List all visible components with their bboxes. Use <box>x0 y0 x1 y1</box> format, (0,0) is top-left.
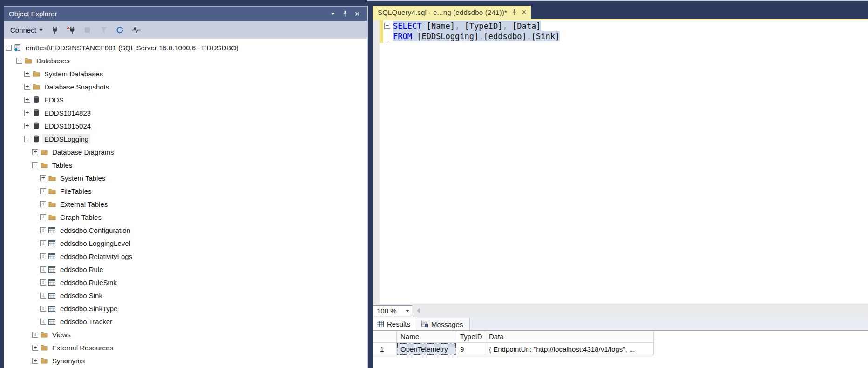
grid-row-number[interactable]: 1 <box>373 343 397 355</box>
tree-item-label[interactable]: External Resources <box>50 343 115 353</box>
activity-monitor-button[interactable] <box>130 24 142 36</box>
hscroll-left-arrow[interactable] <box>417 308 420 313</box>
expand-icon[interactable]: + <box>32 149 38 155</box>
tree-item-label[interactable]: System Databases <box>42 69 105 79</box>
tree-item-label[interactable]: eddsdbo.Tracker <box>58 317 114 327</box>
tree-item-eddsdbo-tracker[interactable]: +eddsdbo.Tracker <box>4 315 367 328</box>
connect-object-button[interactable] <box>49 24 61 36</box>
tree-item-label[interactable]: Synonyms <box>50 356 87 366</box>
code-fold-collapse-icon[interactable]: − <box>384 23 390 29</box>
tree-item-system-databases[interactable]: +System Databases <box>4 67 367 80</box>
expand-icon[interactable]: + <box>32 358 38 364</box>
expand-icon[interactable]: + <box>32 345 38 351</box>
tree-item-label[interactable]: eddsdbo.LoggingLevel <box>58 239 132 248</box>
collapse-icon[interactable]: − <box>24 136 30 142</box>
tree-item-label[interactable]: eddsdbo.Sink <box>58 291 104 300</box>
tree-item-label[interactable]: eddsdbo.RuleSink <box>58 278 119 287</box>
zoom-level-dropdown[interactable]: 100 % <box>373 305 412 316</box>
tree-item-label[interactable]: EDDS <box>42 95 66 105</box>
tree-item-label[interactable]: eddsdbo.Rule <box>58 265 105 274</box>
filter-button-disabled[interactable] <box>98 24 110 36</box>
tree-item-label[interactable]: Database Diagrams <box>50 147 116 157</box>
sql-editor[interactable]: − SELECT [Name], [TypeID], [Data]FROM [E… <box>373 20 868 304</box>
pin-button[interactable] <box>339 8 351 20</box>
expand-icon[interactable]: + <box>24 123 30 129</box>
expand-icon[interactable]: + <box>40 214 46 220</box>
collapse-icon[interactable]: − <box>6 45 12 51</box>
tree-item-label[interactable]: System Tables <box>58 173 107 183</box>
tree-item-eddsdbo-configuration[interactable]: +eddsdbo.Configuration <box>4 224 367 237</box>
tree-item-label[interactable]: Database Snapshots <box>42 82 111 92</box>
tree-item-eddsdbo-relativitylogs[interactable]: +eddsdbo.RelativityLogs <box>4 250 367 263</box>
grid-cell-name[interactable]: OpenTelemetry <box>397 343 456 355</box>
tab-messages[interactable]: Messages <box>417 318 470 330</box>
tree-item-databases[interactable]: −Databases <box>4 54 367 67</box>
tree-item-label[interactable]: EDDS1015024 <box>42 121 93 131</box>
tab-pin-button[interactable] <box>512 9 517 15</box>
collapse-icon[interactable]: − <box>32 162 38 168</box>
tree-item-label[interactable]: eddsdbo.Configuration <box>58 225 132 235</box>
refresh-button[interactable] <box>114 24 126 36</box>
tree-item-system-tables[interactable]: +System Tables <box>4 171 367 184</box>
window-position-menu-button[interactable] <box>327 8 339 20</box>
expand-icon[interactable]: + <box>40 293 46 299</box>
tree-item-tables[interactable]: −Tables <box>4 158 367 171</box>
tree-item-label[interactable]: Graph Tables <box>58 212 103 222</box>
tree-item-eddsdbo-logginglevel[interactable]: +eddsdbo.LoggingLevel <box>4 237 367 250</box>
tree-item-edds1015024[interactable]: +EDDS1015024 <box>4 119 367 132</box>
expand-icon[interactable]: + <box>40 188 46 194</box>
grid-cell-data[interactable]: { EndpointUrl: "http://localhost:4318/v1… <box>485 343 654 355</box>
object-explorer-title-bar[interactable]: Object Explorer × <box>4 6 367 21</box>
expand-icon[interactable]: + <box>40 240 46 246</box>
tree-item-eddsdbo-sink[interactable]: +eddsdbo.Sink <box>4 289 367 302</box>
expand-icon[interactable]: + <box>24 84 30 90</box>
grid-header-data[interactable]: Data <box>485 331 654 343</box>
tree-item-label[interactable]: EDDS1014823 <box>42 108 93 118</box>
tab-close-button[interactable]: × <box>522 8 527 16</box>
tree-item-database-diagrams[interactable]: +Database Diagrams <box>4 145 367 158</box>
grid-corner-cell[interactable] <box>373 331 397 343</box>
expand-icon[interactable]: + <box>40 306 46 312</box>
expand-icon[interactable]: + <box>40 175 46 181</box>
expand-icon[interactable]: + <box>40 279 46 286</box>
tree-item-label[interactable]: Databases <box>34 56 72 66</box>
expand-icon[interactable]: + <box>40 227 46 233</box>
document-tab[interactable]: SQLQuery4.sql - e...ng (eddsdbo (241))* … <box>373 6 531 19</box>
code-area[interactable]: SELECT [Name], [TypeID], [Data]FROM [EDD… <box>393 21 560 42</box>
tree-item-filetables[interactable]: +FileTables <box>4 184 367 198</box>
tab-results[interactable]: Results <box>373 317 417 330</box>
tree-item-external-tables[interactable]: +External Tables <box>4 198 367 211</box>
expand-icon[interactable]: + <box>24 110 30 116</box>
tree-item-eddslogging[interactable]: −EDDSLogging <box>4 132 367 145</box>
expand-icon[interactable]: + <box>32 332 38 338</box>
tree-item-edds[interactable]: +EDDS <box>4 93 367 106</box>
tree-item-label[interactable]: eddsdbo.RelativityLogs <box>58 252 134 261</box>
connect-dropdown-button[interactable]: Connect <box>8 25 45 35</box>
code-line-2[interactable]: FROM [EDDSLogging].[eddsdbo].[Sink] <box>393 32 560 42</box>
stop-button-disabled[interactable] <box>81 24 94 36</box>
expand-icon[interactable]: + <box>40 201 46 207</box>
disconnect-object-button[interactable] <box>65 24 77 36</box>
tree-item-label[interactable]: eddsdbo.SinkType <box>58 304 119 313</box>
tree-item-synonyms[interactable]: +Synonyms <box>4 354 367 367</box>
tree-item-label[interactable]: EDDSLogging <box>42 134 90 144</box>
tree-item-edds1014823[interactable]: +EDDS1014823 <box>4 106 367 119</box>
expand-icon[interactable]: + <box>40 319 46 325</box>
expand-icon[interactable]: + <box>24 97 30 103</box>
tree-item-external-resources[interactable]: +External Resources <box>4 341 367 354</box>
collapse-icon[interactable]: − <box>16 58 22 64</box>
close-button[interactable]: × <box>351 8 363 20</box>
grid-header-name[interactable]: Name <box>397 331 456 343</box>
tree-item-label[interactable]: FileTables <box>58 186 94 196</box>
expand-icon[interactable]: + <box>24 71 30 77</box>
expand-icon[interactable]: + <box>40 266 46 273</box>
tree-item-emttest-eddsinstance001-sql-server-16-0-[interactable]: −emttest\EDDSINSTANCE001 (SQL Server 16.… <box>4 41 367 54</box>
tree-item-eddsdbo-rulesink[interactable]: +eddsdbo.RuleSink <box>4 276 367 289</box>
tree-item-label[interactable]: Views <box>50 330 73 340</box>
grid-header-typeid[interactable]: TypeID <box>456 331 485 343</box>
tree-item-database-snapshots[interactable]: +Database Snapshots <box>4 80 367 93</box>
tree-item-label[interactable]: emttest\EDDSINSTANCE001 (SQL Server 16.0… <box>24 43 241 53</box>
grid-cell-typeid[interactable]: 9 <box>456 343 485 355</box>
tree-item-eddsdbo-sinktype[interactable]: +eddsdbo.SinkType <box>4 302 367 315</box>
tree-item-eddsdbo-rule[interactable]: +eddsdbo.Rule <box>4 263 367 276</box>
